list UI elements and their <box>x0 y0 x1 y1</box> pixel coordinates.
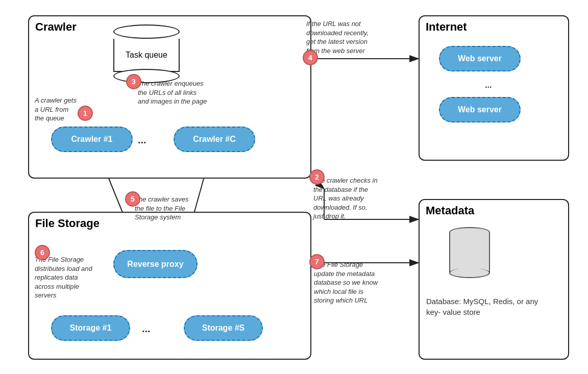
crawlerC-label: Crawler #C <box>193 135 236 144</box>
webserver2-label: Web server <box>458 105 502 114</box>
annotation-4: If the URL was not downloaded recently, … <box>306 19 406 55</box>
step2-circle: 2 <box>309 169 325 185</box>
metadata-box-title: Metadata <box>420 200 568 217</box>
filestorage-dots: ... <box>142 323 151 335</box>
db-label: Database: MySQL, Redis, or any key- valu… <box>426 296 554 317</box>
annotation-2: The crawler checks in the database if th… <box>313 176 408 221</box>
task-queue-label: Task queue <box>126 51 167 60</box>
internet-box: Internet <box>419 15 569 161</box>
crawler-dots: ... <box>138 134 146 146</box>
storage1-label: Storage #1 <box>70 323 112 333</box>
annotation-7: The File Storage update the metadata dat… <box>314 260 411 305</box>
webserver1-label: Web server <box>458 54 502 63</box>
crawler1-label: Crawler #1 <box>71 135 113 144</box>
step6-circle: 6 <box>35 245 50 260</box>
step1-circle: 1 <box>78 106 93 121</box>
annotation-5: The crawler saves the file to the File S… <box>135 195 232 222</box>
database-cylinder <box>449 227 490 278</box>
webserver2-node: Web server <box>439 97 521 122</box>
step3-circle: 3 <box>126 74 141 89</box>
task-queue: Task queue <box>113 24 180 83</box>
annotation-3: The crawler enqueues the URLs of all lin… <box>138 79 240 106</box>
internet-dots: ... <box>485 81 492 90</box>
step5-circle: 5 <box>125 191 140 207</box>
crawlerC-node: Crawler #C <box>174 127 255 152</box>
step7-circle: 7 <box>309 254 325 269</box>
storageS-node: Storage #S <box>184 315 263 341</box>
metadata-box: Metadata <box>419 199 569 360</box>
crawler1-node: Crawler #1 <box>51 127 133 152</box>
internet-box-title: Internet <box>420 16 568 34</box>
reverse-proxy-label: Reverse proxy <box>127 260 183 269</box>
storage1-node: Storage #1 <box>51 315 130 341</box>
webserver1-node: Web server <box>439 46 521 71</box>
db-body <box>449 232 490 273</box>
db-bottom <box>449 268 490 278</box>
annotation-6: The File Storage distributes load and re… <box>35 255 114 300</box>
storageS-label: Storage #S <box>202 323 245 333</box>
diagram: Crawler File Storage Internet Metadata T… <box>0 0 588 374</box>
reverse-proxy-node: Reverse proxy <box>113 250 198 278</box>
step4-circle: 4 <box>303 50 318 65</box>
